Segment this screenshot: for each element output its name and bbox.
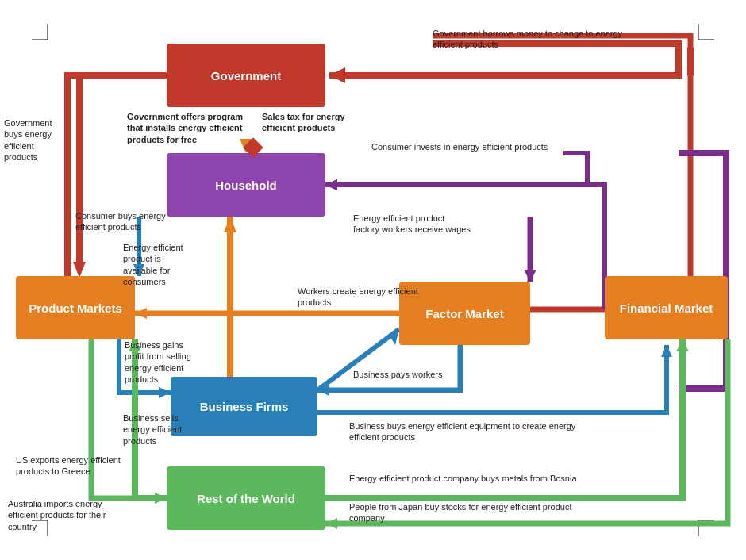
government-box: Government — [167, 44, 325, 107]
diagram-container: Government Household Product Markets Fac… — [0, 0, 746, 560]
label-energy-wages: Energy efficient product factory workers… — [353, 213, 512, 236]
svg-marker-14 — [135, 308, 147, 319]
svg-marker-16 — [159, 387, 171, 398]
label-workers-create: Workers create energy efficient products — [298, 286, 448, 309]
label-consumer-invests: Consumer invests in energy efficient pro… — [371, 141, 570, 152]
svg-marker-11 — [73, 262, 86, 278]
label-japan-buys: People from Japan buy stocks for energy … — [349, 501, 651, 524]
financial-market-box: Financial Market — [605, 276, 728, 339]
label-energy-company-buys: Energy efficient product company buys me… — [349, 473, 643, 484]
svg-marker-12 — [325, 179, 337, 190]
svg-marker-23 — [325, 518, 337, 529]
svg-marker-9 — [329, 70, 341, 81]
svg-marker-8 — [329, 67, 345, 83]
svg-marker-17 — [389, 329, 399, 345]
label-product-available: Energy efficient product is available fo… — [123, 242, 234, 287]
label-gov-borrows: Government borrows money to change to en… — [433, 28, 671, 51]
label-australia-imports: Australia imports energy efficient produ… — [8, 498, 139, 532]
label-gov-offers: Government offers program that installs … — [127, 111, 250, 145]
label-gov-buys: Government buys energy efficient product… — [4, 117, 87, 163]
svg-marker-19 — [661, 345, 672, 357]
label-sales-tax: Sales tax for energy efficient products — [262, 111, 365, 134]
rest-of-world-box: Rest of the World — [167, 466, 325, 530]
label-us-exports: US exports energy efficient products to … — [16, 455, 143, 478]
household-box: Household — [167, 153, 325, 217]
label-business-sells: Business sells energy efficient products — [123, 412, 226, 447]
label-business-pays: Business pays workers — [353, 369, 512, 380]
svg-marker-22 — [676, 339, 689, 351]
label-business-buys: Business buys energy efficient equipment… — [349, 420, 627, 443]
product-markets-box: Product Markets — [16, 276, 135, 339]
svg-marker-25 — [325, 179, 337, 190]
label-business-gains: Business gains profit from selling energ… — [125, 339, 232, 385]
label-consumer-buys: Consumer buys energy efficient products — [75, 210, 186, 233]
svg-marker-21 — [155, 493, 167, 504]
svg-marker-18 — [317, 385, 329, 396]
svg-marker-24 — [524, 270, 536, 282]
svg-marker-13 — [224, 217, 236, 232]
